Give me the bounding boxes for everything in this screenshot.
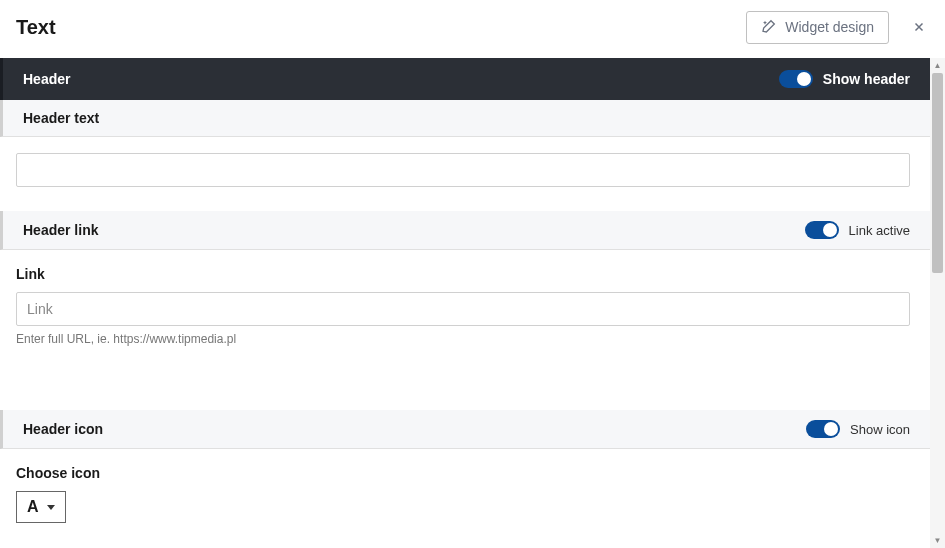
scrollbar[interactable]: ▲ ▼ bbox=[930, 58, 945, 548]
show-icon-toggle-group: Show icon bbox=[806, 420, 910, 438]
link-active-toggle[interactable] bbox=[805, 221, 839, 239]
section-title-header: Header bbox=[23, 71, 70, 87]
show-header-label: Show header bbox=[823, 71, 910, 87]
scrollbar-up-arrow-icon[interactable]: ▲ bbox=[930, 58, 945, 73]
widget-design-label: Widget design bbox=[785, 19, 874, 35]
header-text-input[interactable] bbox=[16, 153, 910, 187]
close-icon bbox=[912, 20, 926, 34]
scrollbar-track[interactable] bbox=[930, 73, 945, 533]
section-header-header-text[interactable]: Header text bbox=[0, 100, 930, 137]
selected-icon-glyph: A bbox=[27, 498, 39, 516]
top-bar: Text Widget design bbox=[0, 0, 945, 58]
link-active-toggle-group: Link active bbox=[805, 221, 910, 239]
scrollbar-thumb[interactable] bbox=[932, 73, 943, 273]
close-button[interactable] bbox=[909, 17, 929, 37]
content-area: Header Show header Header text Header li… bbox=[0, 58, 945, 547]
magic-wand-icon bbox=[761, 18, 777, 37]
icon-selector-button[interactable]: A bbox=[16, 491, 66, 523]
show-icon-label: Show icon bbox=[850, 422, 910, 437]
page-title: Text bbox=[16, 16, 56, 39]
section-title-header-text: Header text bbox=[23, 110, 99, 126]
chevron-down-icon bbox=[47, 505, 55, 510]
spacer bbox=[0, 370, 930, 410]
section-header-header-link[interactable]: Header link Link active bbox=[0, 211, 930, 250]
link-active-label: Link active bbox=[849, 223, 910, 238]
show-header-toggle[interactable] bbox=[779, 70, 813, 88]
link-hint: Enter full URL, ie. https://www.tipmedia… bbox=[16, 332, 910, 346]
top-right-controls: Widget design bbox=[746, 11, 929, 44]
link-input[interactable] bbox=[16, 292, 910, 326]
section-body-header-icon: Choose icon A bbox=[0, 449, 930, 547]
section-title-header-icon: Header icon bbox=[23, 421, 103, 437]
section-body-header-text bbox=[0, 137, 930, 211]
widget-design-button[interactable]: Widget design bbox=[746, 11, 889, 44]
link-field-label: Link bbox=[16, 266, 910, 282]
show-header-toggle-group: Show header bbox=[779, 70, 910, 88]
show-icon-toggle[interactable] bbox=[806, 420, 840, 438]
section-body-header-link: Link Enter full URL, ie. https://www.tip… bbox=[0, 250, 930, 370]
section-title-header-link: Header link bbox=[23, 222, 98, 238]
section-header-header[interactable]: Header Show header bbox=[0, 58, 930, 100]
section-header-header-icon[interactable]: Header icon Show icon bbox=[0, 410, 930, 449]
choose-icon-label: Choose icon bbox=[16, 465, 910, 481]
scrollbar-down-arrow-icon[interactable]: ▼ bbox=[930, 533, 945, 548]
